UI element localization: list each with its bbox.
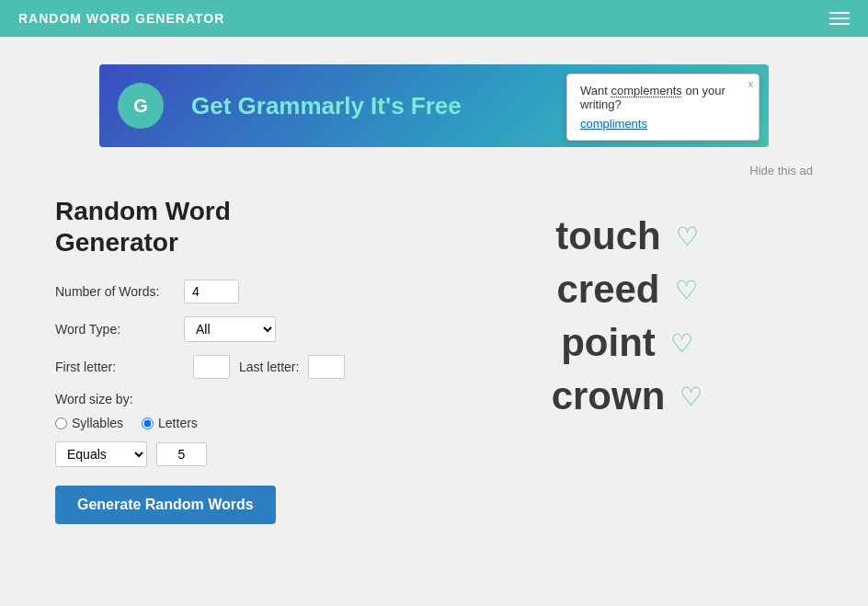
ad-popup-text: Want complements on your writing?: [580, 84, 746, 111]
first-letter-label: First letter:: [55, 360, 184, 374]
syllables-label: Syllables: [72, 416, 123, 430]
hide-ad-link[interactable]: Hide this ad: [749, 164, 813, 177]
letter-row: First letter: Last letter:: [55, 355, 405, 379]
ad-banner: G Get Grammarly It's Free x Want complem…: [99, 64, 769, 147]
right-panel: touch ♡ creed ♡ point ♡ crown ♡: [441, 196, 813, 524]
word-row-1: creed ♡: [556, 268, 697, 312]
header: RANDOM WORD GENERATOR: [0, 0, 868, 37]
heart-icon-1[interactable]: ♡: [675, 275, 698, 305]
hide-ad-row: Hide this ad: [0, 156, 868, 177]
equals-row: Equals At least At most: [55, 441, 405, 467]
word-text-1: creed: [556, 268, 659, 312]
site-title: RANDOM WORD GENERATOR: [18, 11, 224, 26]
num-words-row: Number of Words:: [55, 280, 405, 303]
word-text-0: touch: [555, 214, 660, 258]
main-content: Random Word Generator Number of Words: W…: [0, 177, 868, 543]
ad-popup-underlined: complements: [611, 84, 681, 97]
letters-option[interactable]: Letters: [142, 416, 198, 430]
letters-label: Letters: [158, 416, 198, 430]
ad-accent-text: It's Free: [371, 92, 462, 120]
ad-container: G Get Grammarly It's Free x Want complem…: [0, 37, 868, 156]
heart-icon-2[interactable]: ♡: [670, 328, 693, 359]
ad-logo: G: [118, 83, 164, 129]
equals-input[interactable]: [156, 442, 207, 466]
ad-popup: x Want complements on your writing? comp…: [566, 74, 760, 141]
syllables-radio[interactable]: [55, 417, 67, 429]
word-text-2: point: [561, 321, 656, 365]
generate-button[interactable]: Generate Random Words: [55, 486, 276, 524]
left-panel: Random Word Generator Number of Words: W…: [55, 196, 405, 524]
num-words-input[interactable]: [184, 280, 239, 303]
ad-popup-close[interactable]: x: [748, 78, 754, 89]
radio-row: Syllables Letters: [55, 416, 405, 430]
last-letter-label: Last letter:: [239, 360, 299, 374]
word-row-3: crown ♡: [552, 374, 703, 418]
word-row-2: point ♡: [561, 321, 693, 365]
word-text-3: crown: [552, 374, 666, 418]
word-size-label: Word size by:: [55, 392, 405, 406]
heart-icon-0[interactable]: ♡: [676, 222, 699, 252]
ad-main-text: Get Grammarly: [191, 92, 364, 120]
word-row-0: touch ♡: [555, 214, 698, 258]
heart-icon-3[interactable]: ♡: [680, 382, 702, 412]
letters-radio[interactable]: [142, 417, 154, 429]
last-letter-input[interactable]: [308, 355, 345, 379]
word-type-label: Word Type:: [55, 322, 184, 337]
num-words-label: Number of Words:: [55, 284, 184, 299]
word-type-row: Word Type: All Noun Verb Adjective Adver…: [55, 316, 405, 342]
menu-button[interactable]: [829, 12, 850, 25]
syllables-option[interactable]: Syllables: [55, 416, 123, 430]
word-type-select[interactable]: All Noun Verb Adjective Adverb: [184, 316, 276, 342]
first-letter-input[interactable]: [193, 355, 230, 379]
ad-popup-suggestion[interactable]: compliments: [580, 117, 647, 131]
page-title: Random Word Generator: [55, 196, 405, 257]
equals-select[interactable]: Equals At least At most: [55, 441, 147, 467]
